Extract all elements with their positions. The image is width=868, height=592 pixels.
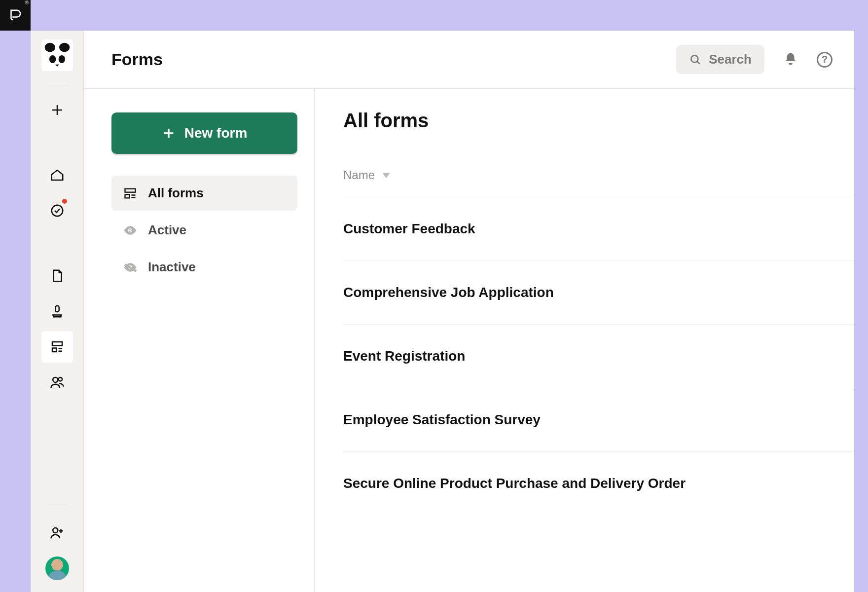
nav-templates[interactable] <box>41 296 73 327</box>
svg-point-10 <box>58 377 62 381</box>
forms-icon <box>50 339 65 354</box>
bell-icon <box>783 51 798 66</box>
app-window: Forms Search ? New form <box>31 31 854 592</box>
svg-rect-8 <box>52 348 57 352</box>
form-row[interactable]: Customer Feedback <box>343 197 854 261</box>
new-form-button[interactable]: New form <box>111 112 297 154</box>
svg-rect-6 <box>55 306 59 312</box>
filter-all-forms[interactable]: All forms <box>111 176 297 211</box>
app-logo[interactable] <box>41 39 73 71</box>
svg-point-2 <box>59 43 70 52</box>
nav-tasks[interactable] <box>41 195 73 226</box>
filter-active[interactable]: Active <box>111 213 297 248</box>
nav-contacts[interactable] <box>41 367 73 398</box>
filter-label: Active <box>148 222 186 238</box>
rail-separator <box>46 505 69 505</box>
form-row[interactable]: Secure Online Product Purchase and Deliv… <box>343 452 854 515</box>
eye-icon <box>123 223 137 237</box>
svg-point-4 <box>58 55 65 63</box>
pandadoc-logo-icon <box>7 7 24 24</box>
stamp-icon <box>50 304 65 319</box>
checkmark-circle-icon <box>50 203 65 218</box>
panda-icon <box>41 39 73 71</box>
svg-point-11 <box>53 528 58 533</box>
forms-icon <box>123 186 137 200</box>
nav-rail <box>31 31 84 592</box>
filter-label: All forms <box>148 185 204 201</box>
topbar: Forms Search ? <box>84 31 854 89</box>
form-row[interactable]: Comprehensive Job Application <box>343 261 854 325</box>
list-heading: All forms <box>343 110 854 132</box>
filter-label: Inactive <box>148 259 196 275</box>
page-title: Forms <box>111 50 163 69</box>
form-row[interactable]: Event Registration <box>343 325 854 388</box>
form-name: Customer Feedback <box>343 221 475 236</box>
svg-point-1 <box>44 43 55 52</box>
form-name: Employee Satisfaction Survey <box>343 412 541 427</box>
filter-inactive[interactable]: Inactive <box>111 250 297 285</box>
plus-icon <box>162 126 176 140</box>
column-header-name[interactable]: Name <box>343 158 854 197</box>
svg-point-15 <box>129 229 132 231</box>
sidebar: New form All forms Active Inactive <box>84 89 315 592</box>
form-name: Event Registration <box>343 348 465 364</box>
svg-point-0 <box>11 19 13 21</box>
question-mark-icon: ? <box>822 54 828 65</box>
search-label: Search <box>709 52 752 67</box>
rail-separator <box>46 85 69 85</box>
form-name: Secure Online Product Purchase and Deliv… <box>343 476 686 491</box>
svg-point-3 <box>49 55 56 63</box>
nav-invite[interactable] <box>41 517 73 549</box>
nav-home[interactable] <box>41 159 73 191</box>
document-icon <box>50 268 65 283</box>
help-button[interactable]: ? <box>817 52 832 68</box>
svg-point-12 <box>691 55 698 62</box>
nav-forms[interactable] <box>41 331 73 363</box>
notification-dot <box>61 198 68 205</box>
svg-point-5 <box>51 205 63 217</box>
search-icon <box>689 53 702 66</box>
sort-desc-icon <box>382 171 391 180</box>
nav-documents[interactable] <box>41 260 73 292</box>
plus-icon <box>50 103 65 117</box>
nav-create[interactable] <box>41 94 73 126</box>
people-icon <box>50 375 65 390</box>
column-label: Name <box>343 168 375 182</box>
registered-mark: ® <box>25 0 29 5</box>
form-name: Comprehensive Job Application <box>343 285 554 300</box>
user-avatar[interactable] <box>45 556 69 580</box>
list-pane: All forms Name Customer Feedback Compreh… <box>315 89 854 592</box>
svg-rect-7 <box>52 342 62 346</box>
brand-badge: ® <box>0 0 31 31</box>
svg-rect-14 <box>125 194 130 198</box>
home-icon <box>50 168 65 183</box>
form-row[interactable]: Employee Satisfaction Survey <box>343 388 854 452</box>
person-plus-icon <box>50 525 65 540</box>
svg-rect-13 <box>125 188 136 192</box>
search-button[interactable]: Search <box>676 45 764 74</box>
svg-point-9 <box>53 377 58 382</box>
eye-off-icon <box>123 260 137 274</box>
notifications-button[interactable] <box>783 51 798 68</box>
new-form-label: New form <box>184 125 248 141</box>
